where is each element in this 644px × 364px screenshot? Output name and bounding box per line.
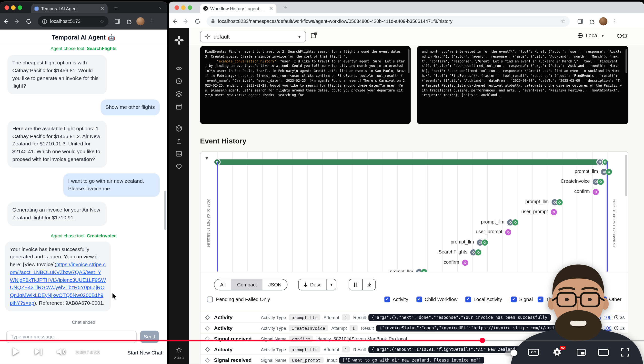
diamond-icon xyxy=(509,221,512,224)
window-zoom-button[interactable] xyxy=(188,5,192,10)
url-bar[interactable]: localhost:5173 ☆ xyxy=(38,16,108,27)
new-tab-button[interactable]: + xyxy=(284,4,287,11)
menu-kebab-icon[interactable]: ⋮ xyxy=(146,16,158,27)
tab-favicon xyxy=(203,6,208,11)
send-button[interactable]: Send xyxy=(140,330,159,343)
chevron-down-icon: ▼ xyxy=(601,34,604,38)
field-label: Attempt xyxy=(324,315,339,320)
view-tab-compact[interactable]: Compact xyxy=(231,279,262,290)
forward-button[interactable] xyxy=(180,15,192,27)
feedback-heart-icon[interactable] xyxy=(176,163,182,170)
download-button[interactable] xyxy=(362,279,376,290)
tool-name: CreateInvoice xyxy=(87,233,116,238)
event-type-label: Activity xyxy=(214,314,257,320)
url-text: localhost:5173 xyxy=(50,19,97,24)
timeline-event-marker[interactable] xyxy=(476,239,488,246)
profile-avatar[interactable] xyxy=(598,15,609,27)
tab-close-icon[interactable]: ✕ xyxy=(100,6,104,12)
code-text: : "user: I'd like to travel to an event\… xyxy=(205,60,405,97)
forward-button[interactable] xyxy=(12,16,23,27)
timeline-event-marker[interactable] xyxy=(592,188,599,196)
collapse-chevron-icon[interactable]: ▼ xyxy=(204,156,209,160)
url-bar[interactable]: localhost:8233/namespaces/default/workfl… xyxy=(206,16,570,26)
timeline-event-marker[interactable] xyxy=(505,228,512,236)
message-input[interactable] xyxy=(6,330,136,343)
user-message: Show me other flights xyxy=(100,99,160,115)
field-badge: 1 xyxy=(342,346,350,352)
pending-failed-checkbox[interactable] xyxy=(207,297,213,302)
tab-search-chevron-icon[interactable]: ⌄ xyxy=(158,5,162,10)
extensions-puzzle-icon[interactable] xyxy=(586,15,598,27)
filter-checkbox-child-workflow[interactable]: ✓ xyxy=(416,297,422,302)
window-close-button[interactable] xyxy=(5,5,9,10)
timeline-event-label: SearchFlights xyxy=(414,249,468,254)
new-tab-button[interactable]: + xyxy=(114,4,118,11)
view-tab-all[interactable]: All xyxy=(214,279,232,290)
browser-tab[interactable]: Temporal AI Agent ✕ xyxy=(31,4,108,13)
start-new-chat-link[interactable]: Start New Chat xyxy=(127,350,162,356)
timeline-scrollbar[interactable] xyxy=(625,155,627,196)
schedules-clock-icon[interactable] xyxy=(176,78,182,85)
profile-avatar[interactable] xyxy=(135,16,146,27)
window-zoom-button[interactable] xyxy=(18,5,22,10)
timeline-event-label: prompt_llm xyxy=(360,269,413,272)
reload-button[interactable] xyxy=(192,15,203,27)
bookmark-star-icon[interactable]: ☆ xyxy=(561,18,566,24)
side-panel-icon[interactable] xyxy=(112,16,123,27)
codec-cube-icon[interactable] xyxy=(176,125,182,132)
timeline-event-marker[interactable] xyxy=(550,208,558,216)
window-close-button[interactable] xyxy=(175,5,179,10)
browser-toolbar: localhost:5173 ☆ ⋮ xyxy=(0,13,167,30)
tab-favicon xyxy=(34,6,38,10)
reload-button[interactable] xyxy=(23,16,34,27)
timeline-event-marker[interactable] xyxy=(600,168,612,175)
view-tab-json[interactable]: JSON xyxy=(262,279,287,290)
timeline-event-marker[interactable] xyxy=(462,259,468,266)
tool-label-prefix: Agent chose tool: xyxy=(50,46,86,51)
code-scrollbar[interactable] xyxy=(626,49,627,73)
workflow-input-code[interactable]: FindEvents: Find an event to travel to 2… xyxy=(200,46,411,124)
timeline-event-marker[interactable] xyxy=(416,268,428,272)
invoice-link[interactable]: https://invoice.stripe.com/i/acct_1NBOLu… xyxy=(10,262,106,306)
menu-kebab-icon[interactable]: ⋮ xyxy=(609,15,620,27)
signal-dot xyxy=(462,259,468,266)
import-upload-icon[interactable] xyxy=(176,138,182,145)
pending-failed-label: Pending and Failed Only xyxy=(216,297,270,302)
code-scrollbar[interactable] xyxy=(408,49,410,73)
filter-checkbox-local-activity[interactable]: ✓ xyxy=(466,297,471,302)
back-button[interactable] xyxy=(0,16,12,27)
filter-label: Activity xyxy=(393,297,408,302)
chat-scrollbar[interactable] xyxy=(164,190,166,230)
gallery-image-icon[interactable] xyxy=(176,150,182,157)
pause-button[interactable] xyxy=(349,279,362,290)
region-select[interactable]: Local ▼ xyxy=(577,32,605,38)
sort-chevron-icon[interactable]: ▼ xyxy=(326,279,336,290)
field-badge: user_prompt xyxy=(289,357,324,363)
workflow-result-code[interactable]: and month you're interested in for the e… xyxy=(417,46,628,124)
labs-glasses-icon[interactable] xyxy=(617,33,628,40)
timeline-event-marker[interactable] xyxy=(507,219,519,226)
timeline-event-marker[interactable] xyxy=(551,198,563,206)
tab-close-icon[interactable]: ✕ xyxy=(269,6,273,12)
browser-tab[interactable]: Workflow History | agent-wor ✕ xyxy=(200,4,276,13)
theme-sun-icon[interactable] xyxy=(176,346,182,353)
workflows-eye-icon[interactable] xyxy=(176,65,182,72)
site-info-icon[interactable] xyxy=(42,19,47,24)
workflow-duration-bar[interactable] xyxy=(217,159,608,165)
namespace-select[interactable]: default ▼ xyxy=(200,31,306,42)
side-panel-icon[interactable] xyxy=(574,15,586,27)
timeline-event-marker[interactable] xyxy=(470,248,482,256)
signal-dot xyxy=(550,208,558,216)
sort-button[interactable]: Desc ▼ xyxy=(298,279,336,290)
filter-checkbox-activity[interactable]: ✓ xyxy=(384,297,390,302)
batch-layers-icon[interactable] xyxy=(176,90,182,97)
archival-box-icon[interactable] xyxy=(176,103,182,110)
timeline-event-marker[interactable] xyxy=(592,178,604,185)
temporal-logo[interactable] xyxy=(174,36,184,45)
extensions-puzzle-icon[interactable] xyxy=(123,16,135,27)
bookmark-star-icon[interactable]: ☆ xyxy=(100,18,104,24)
open-in-new-icon[interactable] xyxy=(310,32,317,41)
back-button[interactable] xyxy=(169,15,180,27)
window-minimize-button[interactable] xyxy=(181,5,186,10)
window-minimize-button[interactable] xyxy=(11,5,16,10)
